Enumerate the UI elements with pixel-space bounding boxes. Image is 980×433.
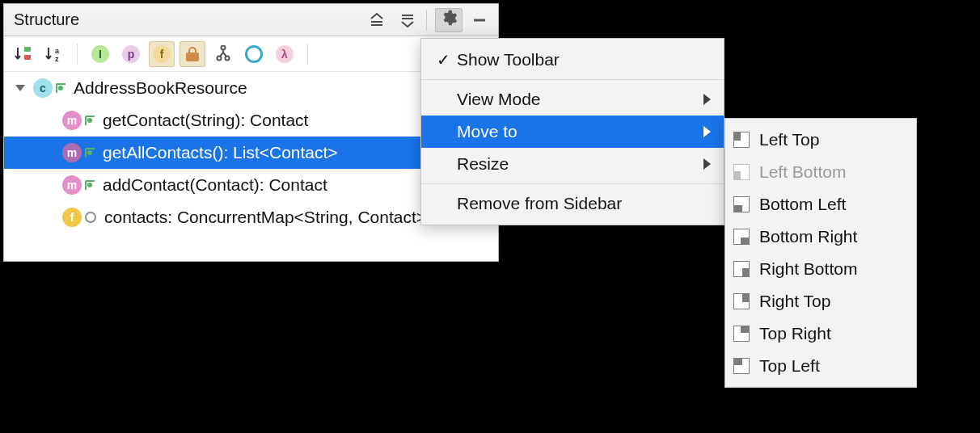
class-name: AddressBookResource: [74, 78, 247, 98]
menu-item-label: Resize: [457, 154, 703, 174]
check-icon: ✓: [429, 50, 457, 69]
member-signature: addContact(Contact): Contact: [103, 175, 327, 195]
method-icon: m: [62, 111, 82, 130]
submenu-item-tl[interactable]: Top Left: [725, 350, 916, 382]
visibility-icon: [85, 180, 95, 190]
svg-rect-5: [24, 47, 31, 52]
member-signature: contacts: ConcurrentMap<String, Contact>: [104, 208, 426, 227]
position-icon: [733, 358, 750, 374]
submenu-arrow-icon: [703, 94, 711, 105]
hide-button[interactable]: [466, 8, 493, 32]
submenu-item-tr[interactable]: Top Right: [725, 317, 916, 350]
position-icon: [733, 293, 750, 309]
toolbar-separator: [77, 44, 78, 65]
svg-text:a: a: [55, 47, 60, 55]
field-icon: f: [153, 45, 171, 63]
gear-icon: [440, 9, 458, 31]
submenu-item-label: Right Bottom: [759, 259, 903, 279]
show-fields-button[interactable]: f: [149, 41, 175, 67]
lambda-icon: λ: [276, 45, 294, 63]
show-properties-button[interactable]: p: [118, 41, 144, 67]
submenu-item-label: Left Top: [759, 130, 903, 149]
class-icon: c: [33, 78, 53, 98]
menu-item-move-to[interactable]: Move to: [421, 116, 724, 148]
position-icon: [733, 132, 750, 148]
svg-rect-6: [24, 55, 31, 60]
visibility-icon: [56, 83, 65, 93]
svg-point-9: [222, 45, 226, 49]
show-inherited-button[interactable]: [210, 41, 236, 67]
submenu-item-label: Top Left: [759, 356, 903, 376]
submenu-item-label: Bottom Left: [759, 195, 903, 214]
interface-icon: I: [91, 45, 109, 63]
position-icon: [733, 261, 750, 277]
position-icon: [733, 326, 750, 342]
submenu-item-label: Right Top: [759, 292, 903, 311]
anonymous-icon: [245, 45, 263, 63]
submenu-item-rt[interactable]: Right Top: [725, 285, 916, 317]
submenu-item-label: Left Bottom: [759, 162, 903, 182]
submenu-item-label: Top Right: [759, 324, 903, 343]
move-to-submenu: Left TopLeft BottomBottom LeftBottom Rig…: [724, 118, 917, 388]
show-anonymous-button[interactable]: [241, 41, 267, 67]
svg-point-11: [226, 56, 230, 60]
menu-item-resize[interactable]: Resize: [421, 148, 724, 180]
submenu-item-bl[interactable]: Bottom Left: [725, 188, 916, 221]
menu-item-label: Show Toolbar: [457, 50, 711, 69]
toolbar-separator: [307, 44, 308, 65]
menu-separator: [421, 79, 724, 80]
panel-title: Structure: [9, 11, 360, 29]
inherited-icon: [214, 45, 232, 63]
position-icon: [733, 229, 750, 245]
member-signature: getContact(String): Contact: [103, 111, 308, 130]
submenu-item-rb[interactable]: Right Bottom: [725, 253, 916, 285]
expand-icon[interactable]: [15, 85, 25, 91]
submenu-item-lt[interactable]: Left Top: [725, 124, 916, 156]
submenu-item-br[interactable]: Bottom Right: [725, 221, 916, 253]
menu-item-label: Remove from Sidebar: [457, 194, 711, 213]
header-separator: [426, 10, 427, 31]
member-signature: getAllContacts(): List<Contact>: [103, 143, 338, 162]
submenu-item-lb: Left Bottom: [725, 156, 916, 188]
show-nonpublic-button[interactable]: [180, 41, 205, 67]
menu-item-label: Move to: [457, 122, 703, 141]
method-icon: m: [62, 143, 82, 162]
property-icon: p: [122, 45, 140, 63]
show-interfaces-button[interactable]: I: [87, 41, 113, 67]
menu-item-label: View Mode: [457, 90, 703, 109]
method-icon: m: [62, 175, 82, 195]
visibility-icon: [85, 212, 96, 223]
lock-icon: [186, 47, 199, 61]
sort-visibility-button[interactable]: [11, 41, 36, 67]
submenu-item-label: Bottom Right: [759, 227, 903, 246]
position-icon: [733, 164, 750, 180]
menu-item-view-mode[interactable]: View Mode: [421, 83, 724, 116]
visibility-icon: [85, 116, 95, 125]
expand-all-button[interactable]: [363, 8, 391, 32]
submenu-arrow-icon: [703, 158, 711, 170]
collapse-all-button[interactable]: [394, 8, 421, 32]
panel-header: Structure: [4, 4, 498, 36]
sort-alpha-button[interactable]: az: [41, 41, 67, 67]
settings-button[interactable]: [435, 8, 463, 32]
position-icon: [733, 196, 750, 212]
field-icon: f: [62, 208, 82, 227]
panel-options-menu: ✓Show ToolbarView ModeMove toResizeRemov…: [420, 38, 724, 225]
show-lambdas-button[interactable]: λ: [272, 41, 298, 67]
svg-point-10: [218, 56, 222, 60]
visibility-icon: [85, 148, 95, 158]
menu-item-show-toolbar[interactable]: ✓Show Toolbar: [421, 44, 724, 76]
svg-text:z: z: [55, 55, 59, 63]
submenu-arrow-icon: [703, 126, 711, 137]
menu-item-remove-from-sidebar[interactable]: Remove from Sidebar: [421, 187, 724, 220]
menu-separator: [421, 183, 724, 184]
